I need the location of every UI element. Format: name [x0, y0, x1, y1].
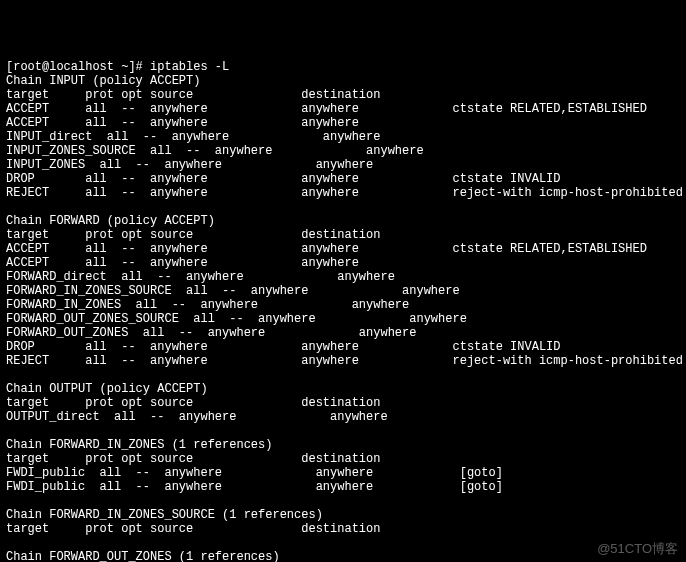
watermark: @51CTO博客	[597, 542, 678, 556]
terminal-output[interactable]: [root@localhost ~]# iptables -L Chain IN…	[6, 60, 680, 562]
